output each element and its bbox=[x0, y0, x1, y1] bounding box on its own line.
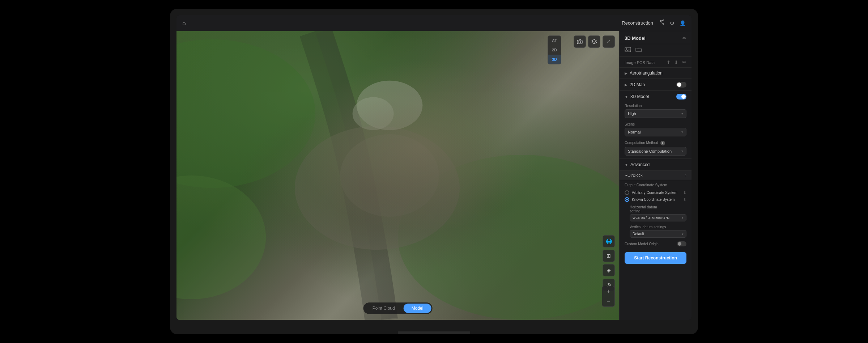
globe-btn[interactable]: 🌐 bbox=[603, 235, 615, 247]
vertical-datum-label: Vertical datum settings bbox=[630, 225, 686, 229]
svg-point-15 bbox=[626, 48, 627, 50]
aero-label: Aerotriangulation bbox=[630, 71, 663, 76]
user-icon[interactable]: 👤 bbox=[680, 20, 686, 26]
view-tabs: Point Cloud Model bbox=[363, 302, 433, 314]
advanced-label: Advanced bbox=[630, 162, 650, 167]
top-bar: ⌂ Reconstruction ⚙ 👤 bbox=[176, 15, 692, 31]
horizontal-datum-value: WGS 84 / UTM zone 47N bbox=[633, 216, 669, 220]
download-icon[interactable]: ⬇ bbox=[674, 60, 678, 65]
zoom-in-btn[interactable]: + bbox=[602, 286, 614, 296]
aero-arrow: ▶ bbox=[625, 71, 627, 75]
computation-group: Computation Method i Standalone Computat… bbox=[620, 139, 692, 158]
settings-icon[interactable]: ⚙ bbox=[670, 20, 675, 26]
zoom-controls: + − bbox=[602, 286, 615, 307]
view-controls: AT 2D 3D bbox=[548, 35, 561, 64]
eye-icon[interactable]: 👁 bbox=[682, 60, 686, 65]
horizontal-datum-group: Horizontal datumsetting WGS 84 / UTM zon… bbox=[620, 203, 692, 223]
svg-point-1 bbox=[663, 20, 664, 21]
2d-arrow: ▶ bbox=[625, 83, 627, 87]
output-coord-label: Output Coordinate System bbox=[620, 180, 692, 189]
home-icon[interactable]: ⌂ bbox=[182, 20, 186, 26]
roi-block-row[interactable]: ROI/Block › bbox=[620, 170, 692, 180]
image-pos-section: Image POS Data ⬆ ⬇ 👁 bbox=[620, 57, 692, 67]
right-map-controls: 🌐 ⊞ ◈ ◎ bbox=[603, 235, 615, 291]
laptop-screen: ⌂ Reconstruction ⚙ 👤 bbox=[176, 15, 692, 320]
roi-block-label: ROI/Block bbox=[625, 173, 685, 177]
2d-toggle[interactable] bbox=[676, 82, 686, 88]
2d-map-row[interactable]: ▶ 2D Map bbox=[620, 79, 692, 90]
image-pos-icons: ⬆ ⬇ 👁 bbox=[667, 60, 686, 65]
computation-select[interactable]: Standalone Computation ▾ bbox=[625, 147, 686, 156]
computation-info[interactable]: i bbox=[660, 141, 665, 145]
aerotriangulation-row[interactable]: ▶ Aerotriangulation bbox=[620, 68, 692, 79]
known-icon[interactable]: ⬇ bbox=[683, 197, 686, 202]
share-icon[interactable] bbox=[659, 20, 665, 26]
computation-arrow: ▾ bbox=[681, 149, 683, 153]
advanced-arrow: ▼ bbox=[625, 163, 628, 167]
custom-model-toggle-dot bbox=[678, 242, 681, 246]
arbitrary-icon[interactable]: ⬇ bbox=[683, 190, 686, 195]
scene-arrow: ▾ bbox=[681, 130, 683, 134]
3d-label: 3D Model bbox=[630, 94, 649, 99]
custom-model-toggle[interactable] bbox=[677, 241, 686, 246]
custom-model-row: Custom Model Origin bbox=[620, 239, 692, 249]
3d-model-row[interactable]: ▼ 3D Model bbox=[620, 91, 692, 102]
svg-point-13 bbox=[579, 41, 581, 43]
map-area[interactable]: ⤢ AT 2D 3D 🌐 ⊞ ◈ ◎ + − bbox=[176, 31, 619, 320]
point-cloud-tab[interactable]: Point Cloud bbox=[365, 304, 403, 313]
arbitrary-radio-row[interactable]: Arbitrary Coordinate System ⬇ bbox=[620, 189, 692, 196]
map-controls-top: ⤢ bbox=[574, 35, 615, 48]
laptop-base bbox=[398, 331, 470, 334]
at-view-btn[interactable]: AT bbox=[548, 36, 561, 45]
layers2-btn[interactable]: ◈ bbox=[603, 264, 615, 276]
horizontal-datum-label: Horizontal datumsetting bbox=[630, 205, 686, 213]
3d-toggle[interactable] bbox=[676, 94, 686, 99]
zoom-out-btn[interactable]: − bbox=[602, 296, 614, 306]
scene-group: Scene Normal ▾ bbox=[620, 121, 692, 139]
expand-btn[interactable]: ⤢ bbox=[603, 35, 615, 48]
image-icon[interactable] bbox=[625, 47, 631, 54]
roi-chevron: › bbox=[685, 173, 686, 177]
advanced-header[interactable]: ▼ Advanced bbox=[620, 159, 692, 170]
known-radio[interactable] bbox=[625, 197, 629, 202]
arbitrary-radio[interactable] bbox=[625, 190, 629, 195]
terrain-overlay bbox=[176, 31, 619, 320]
resolution-group: Resolution High ▾ bbox=[620, 102, 692, 121]
3d-view-btn[interactable]: 3D bbox=[548, 55, 561, 64]
computation-value: Standalone Computation bbox=[628, 149, 672, 153]
known-label: Known Coordinate System bbox=[632, 198, 681, 202]
arbitrary-label: Arbitrary Coordinate System bbox=[632, 191, 681, 195]
3d-arrow: ▼ bbox=[625, 95, 628, 99]
2d-label: 2D Map bbox=[630, 82, 645, 87]
model-tab[interactable]: Model bbox=[404, 304, 431, 313]
layers-btn[interactable] bbox=[588, 35, 600, 48]
svg-line-4 bbox=[661, 21, 663, 24]
known-radio-row[interactable]: Known Coordinate System ⬇ bbox=[620, 196, 692, 203]
upload-icon[interactable]: ⬆ bbox=[667, 60, 671, 65]
map-background bbox=[176, 31, 619, 320]
scene-select[interactable]: Normal ▾ bbox=[625, 128, 686, 136]
resolution-value: High bbox=[628, 111, 636, 116]
horizontal-datum-arrow: ▾ bbox=[682, 216, 684, 220]
top-bar-icons: ⚙ 👤 bbox=[659, 20, 686, 26]
laptop-frame: ⌂ Reconstruction ⚙ 👤 bbox=[170, 9, 698, 334]
vertical-datum-select[interactable]: Default ▾ bbox=[630, 230, 686, 238]
scene-value: Normal bbox=[628, 130, 641, 134]
start-reconstruction-btn[interactable]: Start Reconstruction bbox=[625, 252, 686, 264]
scene-label: Scene bbox=[625, 122, 686, 126]
computation-label: Computation Method i bbox=[625, 141, 686, 145]
resolution-arrow: ▾ bbox=[681, 112, 683, 115]
resolution-select[interactable]: High ▾ bbox=[625, 109, 686, 118]
folder-icon[interactable] bbox=[635, 47, 642, 54]
2d-view-btn[interactable]: 2D bbox=[548, 45, 561, 55]
main-content: ⤢ AT 2D 3D 🌐 ⊞ ◈ ◎ + − bbox=[176, 31, 692, 320]
page-title: Reconstruction bbox=[622, 20, 653, 26]
edit-icon[interactable]: ✏ bbox=[682, 35, 686, 41]
horizontal-datum-select[interactable]: WGS 84 / UTM zone 47N ▾ bbox=[630, 214, 686, 221]
panel-icons-row bbox=[620, 44, 692, 57]
vertical-datum-arrow: ▾ bbox=[682, 232, 684, 236]
vertical-datum-value: Default bbox=[633, 232, 644, 236]
grid-btn[interactable]: ⊞ bbox=[603, 250, 615, 262]
camera-btn[interactable] bbox=[574, 35, 586, 48]
svg-rect-14 bbox=[625, 47, 631, 52]
